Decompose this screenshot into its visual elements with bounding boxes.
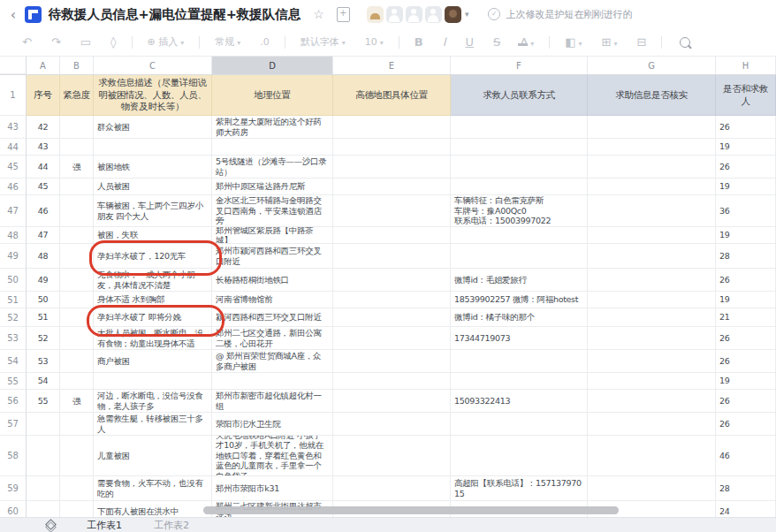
cell-D52[interactable]: 颍河西路和西三环交叉口附近 <box>212 308 333 327</box>
cell-E1[interactable]: 高德地图具体位置 <box>333 75 451 116</box>
row-header-56[interactable]: 56 <box>0 390 27 413</box>
cell-E52[interactable] <box>333 308 451 327</box>
cell-B54[interactable] <box>60 350 94 373</box>
collaborator-avatar[interactable] <box>425 6 442 23</box>
cell-A47[interactable]: 46 <box>27 195 60 227</box>
cell-F47[interactable]: 车辆特征：白色雷克萨斯 车牌号：豫A00Qc0 联系电话：15003997022 <box>451 195 588 227</box>
cell-D55[interactable] <box>212 373 333 390</box>
document-title[interactable]: 待救援人员信息+漏电位置提醒+救援队信息 <box>49 6 301 23</box>
cell-A55[interactable]: 54 <box>27 373 60 390</box>
column-header-G[interactable]: G <box>588 57 716 74</box>
font-color-button[interactable]: A▾ <box>510 35 544 49</box>
column-header-D[interactable]: D <box>212 57 333 74</box>
cell-D44[interactable] <box>212 139 333 156</box>
sheet-tab-1[interactable]: 工作表1 <box>71 518 138 532</box>
app-logo-icon[interactable] <box>25 6 42 23</box>
cell-D51[interactable]: 河南省博物馆前 <box>212 292 333 308</box>
cell-F52[interactable]: 微博id：橘子味的那个 <box>451 308 588 327</box>
cell-F51[interactable]: 18539902257 微博：阿福hotest <box>451 292 588 308</box>
cell-B55[interactable] <box>60 373 94 390</box>
cell-C54[interactable]: 商户被困 <box>94 350 212 373</box>
fill-color-button[interactable]: ◧▾ <box>555 35 591 49</box>
cell-C59[interactable]: 需要食物，火车不动，也没有吃的 <box>94 476 212 501</box>
cell-D50[interactable]: 长椿路梧桐街地铁口 <box>212 269 333 292</box>
cell-G48[interactable] <box>588 227 716 244</box>
row-header-58[interactable]: 58 <box>0 436 27 476</box>
row-header-47[interactable]: 47 <box>0 195 27 227</box>
cell-A48[interactable]: 47 <box>27 227 60 244</box>
cell-F53[interactable]: 17344719073 <box>451 327 588 350</box>
cell-C50[interactable]: 无食物水，一成人两个小朋友，具体情况不清楚 <box>94 269 212 292</box>
cell-A1[interactable]: 序号 <box>27 75 60 116</box>
cell-H49[interactable]: 28 <box>716 244 776 269</box>
sheets-list-icon[interactable] <box>46 521 57 531</box>
cell-G54[interactable] <box>588 350 716 373</box>
cell-B46[interactable] <box>60 179 94 195</box>
cell-E51[interactable] <box>333 292 451 308</box>
cell-C56[interactable]: 河边，断水断电，没信号没食物，老人孩子多 <box>94 390 212 413</box>
cell-A51[interactable]: 50 <box>27 292 60 308</box>
cell-B47[interactable] <box>60 195 94 227</box>
cell-C49[interactable]: 孕妇羊水破了，120无车 <box>94 244 212 269</box>
corner-cell[interactable] <box>0 57 27 74</box>
cell-H43[interactable]: 26 <box>716 116 776 139</box>
row-header-1[interactable]: 1 <box>0 75 27 116</box>
cell-F43[interactable] <box>451 116 588 139</box>
cell-C45[interactable]: 被困地铁 <box>94 156 212 179</box>
cell-H45[interactable]: 26 <box>716 156 776 179</box>
row-header-44[interactable]: 44 <box>0 139 27 156</box>
cell-H58[interactable]: 46 <box>716 436 776 476</box>
cell-E58[interactable] <box>333 436 451 476</box>
sheet-tab-2[interactable]: 工作表2 <box>138 518 205 532</box>
cell-D47[interactable]: 金水区北三环辅路与金明路交叉口西南角，平安果连锁酒店旁 <box>212 195 333 227</box>
cell-E55[interactable] <box>333 373 451 390</box>
cell-C52[interactable]: 孕妇羊水破了 即将分娩 <box>94 308 212 327</box>
cell-G53[interactable] <box>588 327 716 350</box>
row-header-60[interactable]: 60 <box>0 501 27 517</box>
cell-G58[interactable] <box>588 436 716 476</box>
cell-C53[interactable]: 大批人员被困，断水断电，没有食物；幼童出现身体不适 <box>94 327 212 350</box>
cell-D46[interactable]: 郑州中原区瑞达路丹尼斯 <box>212 179 333 195</box>
cell-F45[interactable] <box>451 156 588 179</box>
cell-A52[interactable]: 51 <box>27 308 60 327</box>
cell-A59[interactable] <box>27 476 60 501</box>
cell-D45[interactable]: 5号线隧道（沙滩寺——沙口录站） <box>212 156 333 179</box>
cell-B59[interactable] <box>60 476 94 501</box>
redo-button[interactable]: ↷ <box>42 35 71 49</box>
collaborator-avatar[interactable] <box>445 6 461 23</box>
column-header-H[interactable]: H <box>716 57 776 74</box>
cell-D1[interactable]: 地理位置 <box>212 75 333 116</box>
horizontal-scrollbar-thumb[interactable] <box>203 506 619 514</box>
cell-B58[interactable] <box>60 436 94 476</box>
cell-E45[interactable] <box>333 156 451 179</box>
row-header-43[interactable]: 43 <box>0 116 27 139</box>
cell-F48[interactable] <box>451 227 588 244</box>
cell-D59[interactable]: 郑州市荥阳市k31 <box>212 476 333 501</box>
star-icon[interactable]: ☆ <box>313 7 324 21</box>
cell-A54[interactable]: 53 <box>27 350 60 373</box>
cell-H44[interactable]: 19 <box>716 139 776 156</box>
cell-B51[interactable] <box>60 292 94 308</box>
cell-A49[interactable]: 48 <box>27 244 60 269</box>
cell-E56[interactable] <box>333 390 451 413</box>
row-header-46[interactable]: 46 <box>0 179 27 195</box>
column-header-E[interactable]: E <box>333 57 451 74</box>
row-header-55[interactable]: 55 <box>0 373 27 390</box>
search-icon[interactable] <box>680 37 690 48</box>
cell-E47[interactable] <box>333 195 451 227</box>
strikethrough-button[interactable]: S <box>483 35 510 49</box>
cell-F57[interactable] <box>451 413 588 436</box>
column-header-B[interactable]: B <box>60 57 94 74</box>
merge-cells-button[interactable]: ⊟ <box>628 35 657 49</box>
clear-format-icon[interactable]: ◊ <box>101 35 126 49</box>
number-format-button[interactable]: 常规▾ <box>205 35 250 49</box>
cell-G59[interactable] <box>588 476 716 501</box>
cell-A57[interactable] <box>27 413 60 436</box>
cell-F1[interactable]: 求救人员联系方式 <box>451 75 588 116</box>
cell-A60[interactable] <box>27 501 60 517</box>
cell-C51[interactable]: 身体不适 水到胸部 <box>94 292 212 308</box>
cell-D54[interactable]: @ 郑州百荣世贸商城A座，众多商户被困 <box>212 350 333 373</box>
cell-B60[interactable] <box>60 501 94 517</box>
cell-H47[interactable]: 36 <box>716 195 776 227</box>
row-header-53[interactable]: 53 <box>0 327 27 350</box>
